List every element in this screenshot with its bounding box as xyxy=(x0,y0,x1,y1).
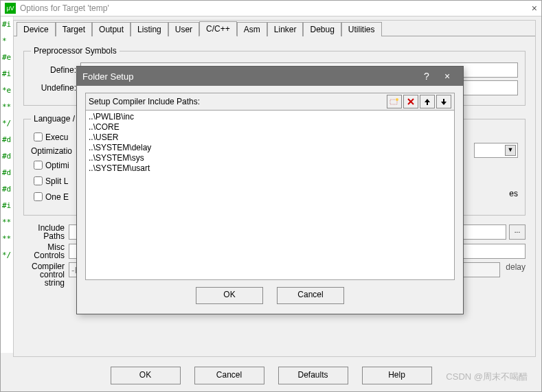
list-item[interactable]: ..\SYSTEM\delay xyxy=(89,143,451,153)
window-close-icon[interactable]: × xyxy=(532,3,537,14)
compiler-string-label: Compiler control string xyxy=(23,262,69,287)
tab-user[interactable]: User xyxy=(168,22,199,36)
arrow-down-icon xyxy=(440,97,448,106)
svg-point-1 xyxy=(396,98,398,101)
new-folder-button[interactable] xyxy=(387,95,402,108)
execute-only-check[interactable] xyxy=(34,132,43,141)
one-elf-check[interactable] xyxy=(34,192,43,201)
editor-gutter: #i* #e#i*e***/#d#d#d#d#i*****/ xyxy=(1,16,14,353)
folder-setup-titlebar: Folder Setup ? × xyxy=(77,67,463,86)
delete-button[interactable] xyxy=(403,95,418,108)
chevron-down-icon: ▼ xyxy=(505,145,516,156)
split-load-check[interactable] xyxy=(34,176,43,185)
preproc-legend: Preprocessor Symbols xyxy=(31,46,120,56)
close-icon[interactable]: × xyxy=(437,69,458,84)
folder-cancel-button[interactable]: Cancel xyxy=(277,287,344,304)
tab-cc[interactable]: C/C++ xyxy=(199,21,237,36)
tab-linker[interactable]: Linker xyxy=(267,22,304,36)
help-button[interactable]: Help xyxy=(362,367,432,384)
optimize-time-check[interactable] xyxy=(34,161,43,170)
move-down-button[interactable] xyxy=(436,95,451,108)
execute-only-label: Execu xyxy=(45,132,68,142)
new-folder-icon xyxy=(389,97,399,106)
folder-setup-body: Setup Compiler Include Paths: ..\PWLIB\i… xyxy=(77,86,463,314)
delete-icon xyxy=(407,97,415,106)
include-paths-browse[interactable]: ... xyxy=(509,224,526,240)
undefine-label: Undefine: xyxy=(31,83,80,93)
move-up-button[interactable] xyxy=(420,95,435,108)
window-titlebar: μV Options for Target 'temp' × xyxy=(1,1,541,16)
cancel-button[interactable]: Cancel xyxy=(194,367,264,384)
list-item[interactable]: ..\PWLIB\inc xyxy=(89,112,451,122)
tab-asm[interactable]: Asm xyxy=(237,22,267,36)
help-icon[interactable]: ? xyxy=(416,69,437,84)
optimization-label: Optimizatio xyxy=(31,146,75,156)
tab-output[interactable]: Output xyxy=(92,22,131,36)
include-paths-list[interactable]: ..\PWLIB\inc..\CORE..\USER..\SYSTEM\dela… xyxy=(85,111,455,280)
list-item[interactable]: ..\CORE xyxy=(89,122,451,132)
folder-ok-button[interactable]: OK xyxy=(196,287,263,304)
list-item[interactable]: ..\SYSTEM\sys xyxy=(89,153,451,163)
setup-compiler-label: Setup Compiler Include Paths: xyxy=(89,97,385,106)
compiler-trail: delay xyxy=(506,262,526,272)
define-label: Define: xyxy=(31,65,80,75)
tab-device[interactable]: Device xyxy=(16,22,56,36)
window-title: Options for Target 'temp' xyxy=(20,3,109,13)
misc-controls-label: Misc Controls xyxy=(23,243,69,260)
ok-button[interactable]: OK xyxy=(111,367,181,384)
list-item[interactable]: ..\USER xyxy=(89,132,451,143)
tab-debug[interactable]: Debug xyxy=(303,22,341,36)
tab-utilities[interactable]: Utilities xyxy=(341,22,382,36)
tab-strip: DeviceTargetOutputListingUserC/C++AsmLin… xyxy=(14,21,535,36)
tab-listing[interactable]: Listing xyxy=(131,22,168,36)
folder-setup-dialog: Folder Setup ? × Setup Compiler Include … xyxy=(76,66,464,314)
main-button-row: OK Cancel Defaults Help xyxy=(1,367,541,384)
arrow-up-icon xyxy=(423,97,431,106)
list-item[interactable]: ..\SYSTEM\usart xyxy=(89,163,451,174)
defaults-button[interactable]: Defaults xyxy=(278,367,348,384)
tab-target[interactable]: Target xyxy=(56,22,92,36)
app-icon: μV xyxy=(5,3,16,14)
options-window: μV Options for Target 'temp' × #i* #e#i*… xyxy=(0,0,542,392)
warnings-combo[interactable]: ▼ xyxy=(474,143,518,158)
include-paths-label: Include Paths xyxy=(23,224,69,240)
setup-label-row: Setup Compiler Include Paths: xyxy=(85,93,455,111)
folder-setup-title: Folder Setup xyxy=(82,71,133,82)
folder-setup-buttons: OK Cancel xyxy=(85,280,455,305)
